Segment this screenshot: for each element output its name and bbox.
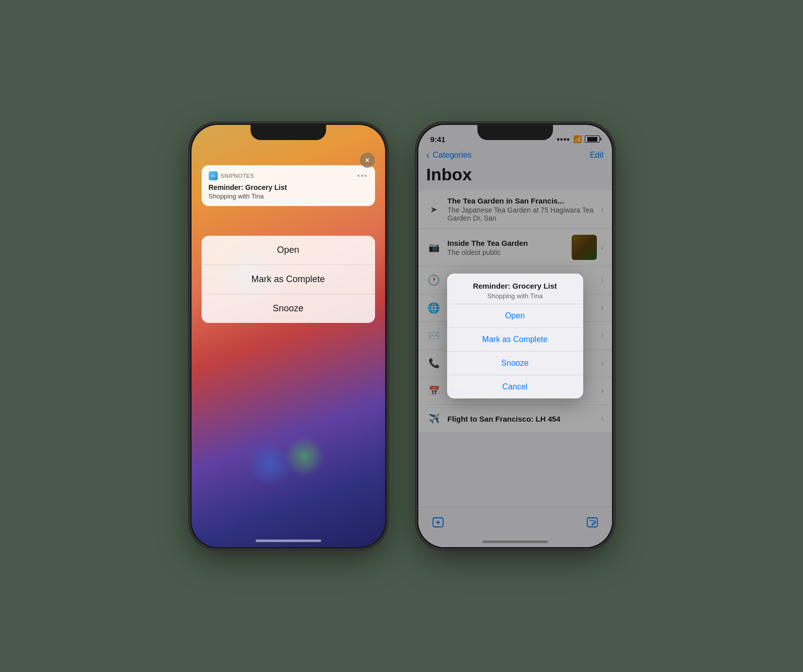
alert-subtitle: Shopping with Tina	[455, 292, 575, 300]
phone-2: 9:41 ●●●● 📶 ‹ Categories Edit	[417, 123, 613, 549]
phone-1: × ✂ SNIPNOTES ••• Reminder: Grocery List…	[190, 123, 387, 549]
app-name: SNIPNOTES	[221, 173, 254, 179]
close-button[interactable]: ×	[360, 153, 375, 168]
modal-overlay: Reminder: Grocery List Shopping with Tin…	[418, 125, 612, 547]
alert-snooze-button[interactable]: Snooze	[447, 352, 583, 375]
action-mark-complete-button[interactable]: Mark as Complete	[202, 265, 375, 294]
app-screen: 9:41 ●●●● 📶 ‹ Categories Edit	[418, 125, 612, 547]
notch	[251, 125, 326, 140]
alert-mark-complete-button[interactable]: Mark as Complete	[447, 328, 583, 352]
alert-cancel-button[interactable]: Cancel	[447, 375, 583, 398]
notification-card: ✂ SNIPNOTES ••• Reminder: Grocery List S…	[202, 165, 375, 206]
alert-header: Reminder: Grocery List Shopping with Tin…	[447, 274, 583, 304]
notch-2	[477, 125, 553, 140]
action-snooze-button[interactable]: Snooze	[202, 294, 375, 323]
notif-subtitle: Shopping with Tina	[209, 192, 368, 200]
alert-open-button[interactable]: Open	[447, 304, 583, 328]
notif-title: Reminder: Grocery List	[209, 183, 368, 191]
alert-title: Reminder: Grocery List	[455, 282, 575, 290]
home-indicator[interactable]	[256, 540, 321, 542]
notif-options[interactable]: •••	[357, 172, 368, 180]
blob-3	[247, 441, 292, 487]
alert-dialog: Reminder: Grocery List Shopping with Tin…	[447, 274, 583, 398]
action-open-button[interactable]: Open	[202, 236, 375, 265]
action-sheet: Open Mark as Complete Snooze	[202, 236, 375, 323]
app-icon: ✂	[209, 171, 218, 180]
